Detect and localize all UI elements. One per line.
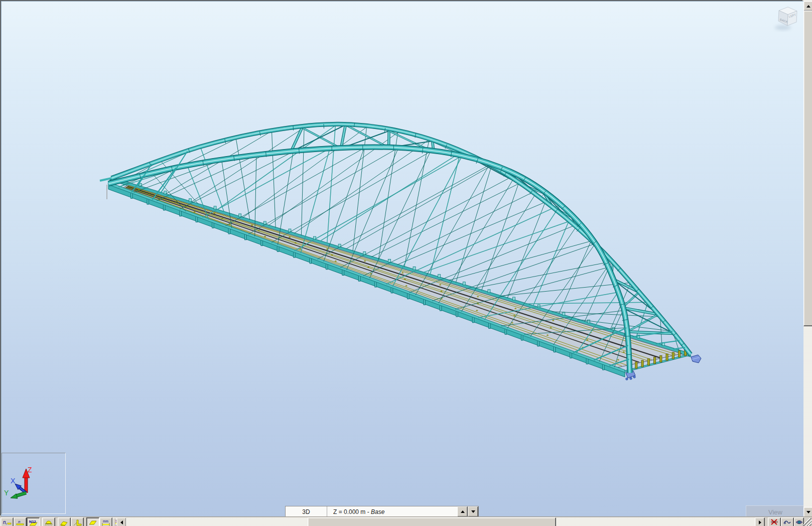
dim_mm-icon: mm	[101, 519, 110, 526]
up-arrow-icon	[806, 5, 810, 8]
level-down-button[interactable]	[468, 506, 478, 516]
vertical-scroll-thumb[interactable]	[803, 11, 812, 326]
up-arrow-icon	[461, 510, 465, 513]
z-axis-label: Z	[28, 466, 32, 474]
scroll-left-button[interactable]	[116, 517, 126, 526]
model-3d-viewport[interactable]: BACK LEFT Z X Y	[1, 1, 803, 516]
current-view-name[interactable]: 3D	[286, 506, 327, 516]
down-arrow-icon	[806, 511, 810, 513]
level-elevation: Z = 0.000 m	[333, 508, 365, 515]
y-axis-head	[11, 494, 18, 498]
x-axis-label: X	[11, 477, 16, 485]
visibility-button[interactable]	[794, 517, 804, 526]
horizontal-scroll-thumb[interactable]	[308, 517, 556, 526]
edge-angle-button[interactable]	[71, 517, 84, 526]
node-symbol-button[interactable]: n,	[1, 517, 14, 526]
scroll-down-button[interactable]	[803, 507, 812, 517]
scroll-up-button[interactable]	[803, 1, 812, 11]
dimension-mm-button[interactable]: mm	[99, 517, 112, 526]
navigation-cube[interactable]: BACK LEFT	[772, 4, 802, 32]
y-axis-label: Y	[4, 489, 9, 497]
y-axis-arrow	[16, 493, 26, 496]
level-up-button[interactable]	[457, 506, 468, 516]
scroll-right-button[interactable]	[755, 517, 765, 526]
section-curve-button[interactable]	[781, 517, 794, 526]
clip-cut-button[interactable]	[768, 517, 781, 526]
cube-shadow	[775, 25, 791, 30]
surface-display-button[interactable]	[86, 517, 99, 526]
support-icon	[44, 519, 53, 526]
current-level[interactable]: Z = 0.000 m - Base	[327, 506, 457, 516]
corner-plate-button[interactable]	[58, 517, 71, 526]
line-symbol-button[interactable]: n	[14, 517, 27, 526]
view-palette-tab[interactable]: View	[746, 505, 803, 516]
n12-icon: N12	[29, 519, 38, 526]
level-status-bar: 3D Z = 0.000 m - Base	[285, 506, 479, 516]
beam_line-icon: n	[16, 519, 25, 526]
corner-icon	[60, 519, 69, 526]
angle-icon	[73, 519, 82, 526]
right-arrow-icon	[759, 520, 761, 524]
svg-text:n: n	[18, 519, 21, 524]
bottom-bar: n,nN12mm123mm	[0, 516, 812, 526]
svg-text:n,: n,	[3, 519, 7, 525]
eye-icon	[795, 519, 803, 525]
support-display-button[interactable]	[42, 517, 55, 526]
vertical-scrollbar[interactable]	[803, 0, 812, 517]
surface-icon	[88, 519, 97, 526]
horizontal-scrollbar[interactable]	[126, 517, 755, 526]
level-name: Base	[371, 508, 384, 515]
node_line-icon: n,	[3, 519, 12, 526]
bridge-model-drawing	[1, 1, 803, 516]
left-arrow-icon	[120, 520, 123, 524]
svg-text:N12: N12	[29, 519, 36, 524]
curve-function-icon	[783, 519, 791, 525]
section-name-button[interactable]: N12	[27, 517, 40, 526]
application-window: BACK LEFT Z X Y	[0, 0, 812, 526]
svg-text:mm: mm	[103, 519, 108, 523]
level-separator: -	[365, 508, 371, 515]
axis-triad-panel: Z X Y	[2, 453, 66, 514]
down-arrow-icon	[471, 510, 475, 513]
window-resize-grip[interactable]	[803, 518, 811, 526]
scissors-cut-icon	[770, 519, 778, 525]
